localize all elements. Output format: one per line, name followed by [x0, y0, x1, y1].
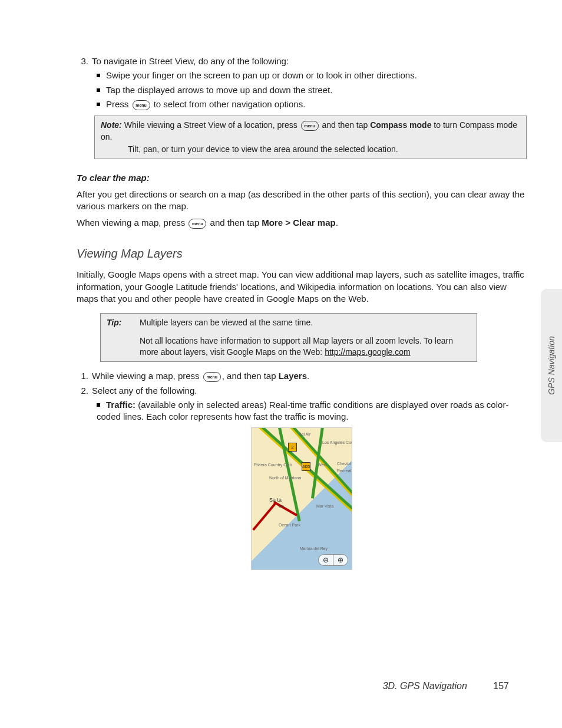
step-3: 3.To navigate in Street View, do any of … [77, 55, 527, 67]
sv-bullet-2: Tap the displayed arrows to move up and … [97, 84, 527, 96]
footer-section: 3D. GPS Navigation [383, 681, 467, 691]
map-label: Cheviot [337, 461, 351, 466]
section-thumb-label: GPS Navigation [546, 336, 557, 395]
map-label: West [318, 462, 327, 467]
traffic-map-figure: 2 405 Bel Air Los Angeles Country Club W… [251, 427, 352, 570]
bullet-icon [97, 403, 100, 407]
highway-shield-icon: 2 [288, 443, 297, 452]
bullet-icon [97, 88, 100, 92]
clear-map-heading: To clear the map: [77, 172, 527, 184]
map-label: Mar Vista [316, 503, 333, 509]
note-label: Note: [101, 120, 122, 130]
map-label: Recreatio [337, 468, 352, 473]
highway-shield-icon: 405 [302, 462, 310, 471]
bullet-icon [97, 103, 100, 106]
zoom-control: ⊖ ⊕ [318, 554, 348, 566]
clear-map-para1: After you get directions or search on a … [77, 189, 527, 213]
menu-key-icon: menu [301, 121, 319, 131]
tip-row2: Not all locations have information to su… [134, 332, 477, 361]
tip-box: Tip: Multiple layers can be viewed at th… [100, 313, 477, 362]
map-label: North of Montana [269, 475, 301, 480]
sv-bullet-3: Press menu to select from other navigati… [97, 98, 527, 111]
tip-label: Tip: [101, 314, 134, 332]
menu-key-icon: menu [203, 372, 221, 382]
menu-key-icon: menu [133, 100, 150, 110]
step-3-number: 3. [77, 55, 88, 67]
layers-step-2: 2.Select any of the following. [77, 385, 527, 397]
map-label: Sa ta [269, 496, 282, 503]
sv-bullet-1: Swipe your finger on the screen to pan u… [97, 70, 527, 81]
viewing-map-layers-heading: Viewing Map Layers [77, 246, 527, 262]
map-label: Riviera Country Club [254, 462, 292, 467]
layers-step-1: 1.While viewing a map, press menu, and t… [77, 370, 527, 383]
layers-intro: Initially, Google Maps opens with a stre… [77, 269, 527, 305]
menu-key-icon: menu [189, 219, 206, 229]
zoom-in-button[interactable]: ⊕ [333, 555, 348, 565]
bullet-icon [97, 74, 100, 77]
map-label: Marina del Rey [300, 546, 328, 551]
map-label: ca [279, 503, 283, 510]
map-label: Ocean Park [279, 522, 300, 528]
clear-map-para2: When viewing a map, press menu and then … [77, 217, 527, 229]
section-thumb-tab: GPS Navigation [541, 289, 562, 442]
step-3-text: To navigate in Street View, do any of th… [92, 56, 289, 66]
traffic-bullet: Traffic: (available only in selected are… [97, 399, 527, 423]
footer-page-number: 157 [493, 681, 509, 691]
maps-url-link[interactable]: http://maps.google.com [325, 347, 411, 357]
map-label: Bel Air [299, 431, 310, 437]
note-box: Note:While viewing a Street View of a lo… [94, 116, 527, 159]
tip-row1: Multiple layers can be viewed at the sam… [134, 314, 477, 332]
zoom-out-button[interactable]: ⊖ [319, 555, 333, 565]
page-footer: 3D. GPS Navigation 157 [383, 680, 509, 693]
map-label: Los Angeles Country Club [322, 440, 352, 445]
